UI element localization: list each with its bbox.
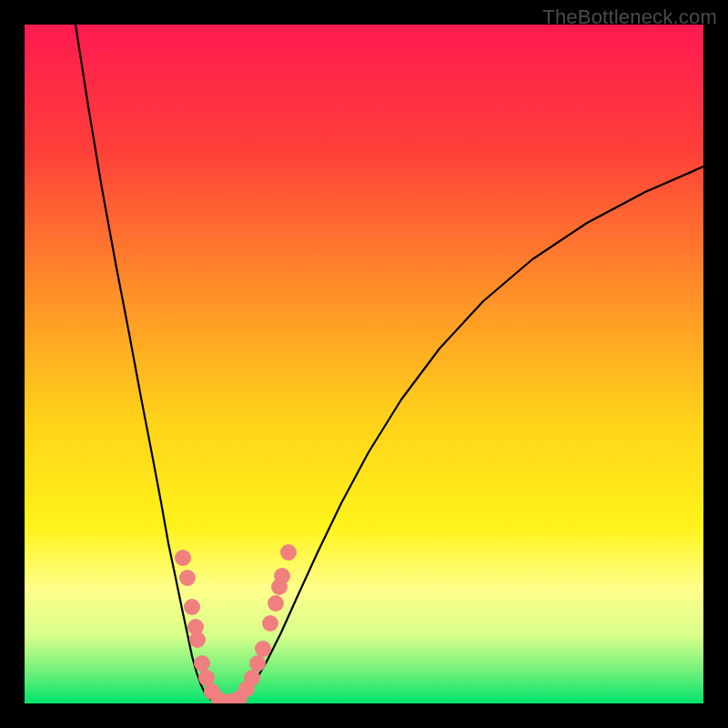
valley-dot <box>179 570 196 586</box>
valley-dot <box>262 615 278 632</box>
chart-frame: TheBottleneck.com <box>0 0 728 728</box>
valley-dot <box>268 595 284 612</box>
valley-dot <box>194 655 210 672</box>
valley-dot <box>244 670 260 686</box>
valley-dot <box>175 550 191 566</box>
valley-dot <box>249 655 266 672</box>
valley-dot <box>280 544 297 561</box>
plot-area <box>25 25 703 703</box>
gradient-background <box>25 25 703 703</box>
plot-svg <box>25 25 703 703</box>
valley-dot <box>189 632 206 648</box>
watermark-text: TheBottleneck.com <box>542 5 717 29</box>
valley-dot <box>274 568 290 584</box>
valley-dot <box>255 641 271 657</box>
valley-dot <box>184 599 200 615</box>
